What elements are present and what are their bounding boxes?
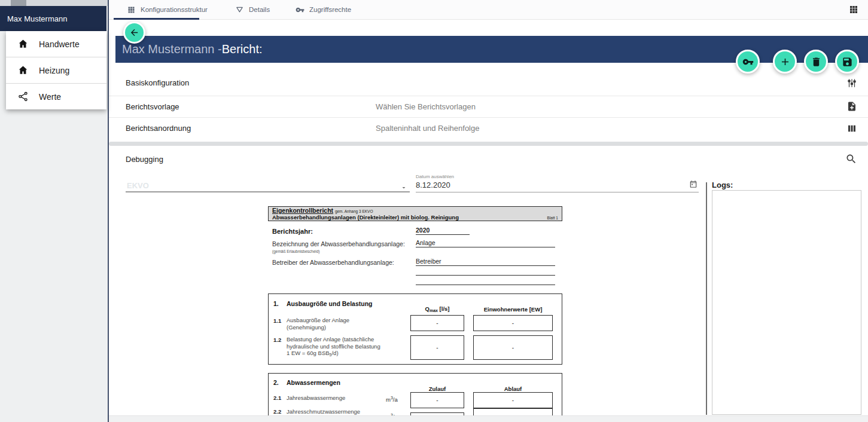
search-icon[interactable] xyxy=(845,153,857,165)
page-title-prefix: Max Mustermann - xyxy=(122,42,222,56)
report-empty-line xyxy=(416,277,555,285)
sidebar-item-werte[interactable]: Werte xyxy=(6,83,106,109)
value-cell: - xyxy=(473,392,553,408)
active-tab-underline xyxy=(114,18,199,20)
column-header-einwohnerwerte: Einwohnerwerte [EW] xyxy=(473,306,553,313)
row-label: Ausbaugröße der Anlage (Genehmigung) xyxy=(287,317,349,331)
config-row-label: Berichtsanordnung xyxy=(126,124,191,133)
report-operator-value: Betreiber xyxy=(416,258,555,266)
date-picker-value: 8.12.2020 xyxy=(416,181,450,189)
logs-textarea[interactable] xyxy=(712,190,861,415)
tab-details[interactable]: Details xyxy=(235,0,270,19)
section-number: 1. xyxy=(273,300,279,307)
top-strip-block xyxy=(11,0,26,6)
section-title: Abwassermengen xyxy=(287,379,340,386)
row-number: 2.2 xyxy=(273,408,281,415)
sidebar-item-heizung[interactable]: Heizung xyxy=(6,57,106,83)
report-section-1: 1. Ausbaugröße und Belastung Qmax [l/s] … xyxy=(268,293,562,365)
main-area: Konfigurationsstruktur Details Zugriffsr… xyxy=(109,0,868,422)
report-sheet-number: Blatt 1 xyxy=(547,215,558,221)
filter-icon xyxy=(235,5,244,14)
config-row-value: Spalteninhalt und Reihenfolge xyxy=(376,124,479,133)
save-button[interactable] xyxy=(835,50,859,74)
back-button[interactable] xyxy=(123,22,145,44)
top-strip xyxy=(0,0,108,6)
report-plant-name-note: (gemäß Erlaubnisbescheid) xyxy=(272,249,319,253)
sliders-icon[interactable] xyxy=(846,78,857,88)
home-icon xyxy=(17,38,29,50)
report-operator-label: Betreiber der Abwasserbehandlungsanlage: xyxy=(272,259,394,266)
tab-label: Details xyxy=(249,6,270,13)
value-cell: - xyxy=(473,315,553,331)
report-header-box: Eigenkontrollbericht gem. Anhang 3 EKVO … xyxy=(268,206,562,221)
sidebar-item-label: Heizung xyxy=(39,66,69,75)
app-root: Max Mustermann Handwerte Heizung Werte K… xyxy=(0,0,868,422)
config-row-berichtsanordnung[interactable]: Berichtsanordnung Spalteninhalt und Reih… xyxy=(109,117,868,139)
report-empty-line xyxy=(416,268,555,276)
debug-select[interactable]: EKVO xyxy=(126,179,410,192)
date-picker-label: Datum auswählen xyxy=(416,174,454,179)
logs-panel-divider xyxy=(706,182,707,415)
row-label: Jahresschmutzwassermenge xyxy=(287,408,360,415)
key-icon xyxy=(742,56,754,68)
date-picker-field[interactable]: Datum auswählen 8.12.2020 xyxy=(416,172,699,192)
column-header-qmax: Qmax [l/s] xyxy=(410,305,464,313)
columns-icon[interactable] xyxy=(846,123,857,134)
row-label: Jahresabwassermenge xyxy=(287,395,345,402)
key-icon xyxy=(296,5,304,14)
tab-label: Konfigurationsstruktur xyxy=(141,6,208,13)
debug-select-value: EKVO xyxy=(127,181,149,190)
report-subtitle: Abwasserbehandlungsanlagen (Direkteinlei… xyxy=(272,215,459,221)
user-banner-label: Max Mustermann xyxy=(7,14,67,23)
config-row-value: Wählen Sie Berichtsvorlagen xyxy=(376,102,476,111)
access-rights-button[interactable] xyxy=(736,50,760,74)
sidebar-item-handwerte[interactable]: Handwerte xyxy=(6,31,106,57)
tab-zugriffsrechte[interactable]: Zugriffsrechte xyxy=(296,0,351,19)
report-section-2: 2. Abwassermengen Zulauf Ablauf 2.1 Jahr… xyxy=(268,373,562,422)
page-title: Bericht: xyxy=(222,42,263,56)
plus-icon xyxy=(779,56,791,68)
row-label: Belastung der Anlage (tatsächliche hydra… xyxy=(287,336,380,359)
report-plant-name-label: Bezeichnung der Abwasserbehandlungsanlag… xyxy=(272,240,405,247)
row-number: 2.1 xyxy=(273,395,281,401)
column-header-ablauf: Ablauf xyxy=(473,386,553,392)
row-number: 1.2 xyxy=(273,337,281,343)
grid-icon xyxy=(127,5,136,14)
delete-button[interactable] xyxy=(804,50,828,74)
sidebar-item-label: Werte xyxy=(39,92,61,102)
chevron-down-icon xyxy=(400,183,407,190)
value-cell: - xyxy=(473,335,553,360)
report-fields: Berichtsjahr: 2020 Bezeichnung der Abwas… xyxy=(268,226,562,289)
config-row-berichtsvorlage[interactable]: Berichtsvorlage Wählen Sie Berichtsvorla… xyxy=(109,96,868,117)
report-year-label: Berichtsjahr: xyxy=(272,228,313,235)
apps-icon[interactable] xyxy=(848,4,859,15)
section-title: Ausbaugröße und Belastung xyxy=(287,300,373,307)
value-cell: - xyxy=(410,315,464,331)
arrow-left-icon xyxy=(129,27,139,38)
value-cell: - xyxy=(410,335,464,360)
calendar-icon[interactable] xyxy=(689,180,698,188)
user-banner[interactable]: Max Mustermann xyxy=(0,6,106,31)
sidebar-menu: Handwerte Heizung Werte xyxy=(6,31,106,109)
share-icon xyxy=(17,91,29,102)
value-cell: - xyxy=(410,392,464,408)
debugging-title: Debugging xyxy=(126,155,163,164)
section-separator xyxy=(109,142,868,146)
config-row-label: Basiskonfiguration xyxy=(126,78,189,87)
trash-icon xyxy=(811,56,822,68)
note-add-icon[interactable] xyxy=(846,101,857,112)
sidebar-item-label: Handwerte xyxy=(39,39,80,49)
bottom-band xyxy=(109,415,868,422)
config-row-label: Berichtsvorlage xyxy=(126,102,179,111)
row-unit: m3/a xyxy=(386,396,398,403)
add-button[interactable] xyxy=(773,50,797,74)
row-number: 1.1 xyxy=(273,317,281,324)
save-icon xyxy=(842,56,853,68)
sidebar-divider xyxy=(108,0,109,422)
tab-bar: Konfigurationsstruktur Details Zugriffsr… xyxy=(109,0,868,20)
tab-konfigurationsstruktur[interactable]: Konfigurationsstruktur xyxy=(127,0,208,19)
report-plant-name-value: Anlage xyxy=(416,239,555,247)
logs-label: Logs: xyxy=(712,181,733,189)
report-title-note: gem. Anhang 3 EKVO xyxy=(335,209,373,213)
home-icon xyxy=(17,65,29,76)
